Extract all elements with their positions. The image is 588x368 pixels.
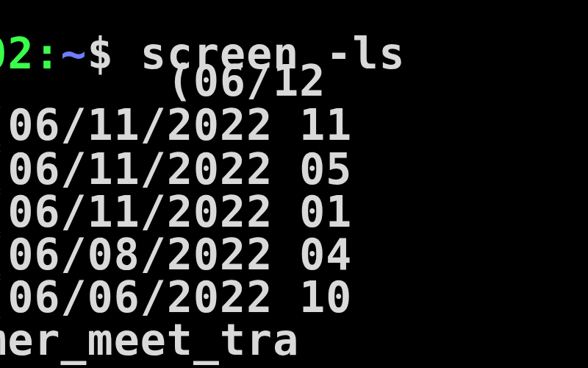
session-row: oad (06/12 — [0, 59, 588, 104]
session-row: oformer_meet_tra — [0, 318, 588, 363]
session-name: oformer_meet_tra — [0, 315, 299, 365]
terminal-viewport[interactable]: 02:~$ screen -ls oad (06/12 us (06/11/20… — [0, 0, 588, 368]
session-row: us (06/11/2022 11 — [0, 103, 588, 148]
session-datetime: (06/12 — [167, 56, 326, 106]
session-row: (06/11/2022 05 — [0, 147, 588, 192]
session-datetime: (06/11/2022 11 — [0, 100, 352, 150]
session-row: op (06/08/2022 04 — [0, 233, 588, 277]
session-row: k (06/11/2022 01 — [0, 190, 588, 235]
session-row: (06/06/2022 10 — [0, 275, 588, 320]
